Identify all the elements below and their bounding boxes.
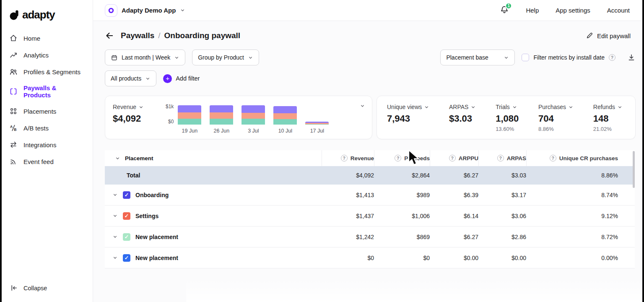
sidebar-item-ab-tests[interactable]: AB A/B tests	[0, 120, 93, 136]
sidebar-item-profiles-segments[interactable]: Profiles & Segments	[0, 63, 93, 80]
column-header-placement[interactable]: Placement	[105, 150, 322, 166]
metric-value: $3.03	[449, 113, 476, 124]
table-row: ✓ Onboarding $1,413 $989 $6.39 $3.17 8.7…	[105, 185, 635, 206]
products-filter-button[interactable]: All products	[105, 70, 156, 86]
add-filter-button[interactable]: + Add filter	[163, 74, 200, 83]
sidebar-item-analytics[interactable]: Analytics	[0, 47, 93, 63]
row-checkbox[interactable]: ✓	[123, 254, 130, 262]
chevron-down-icon	[115, 156, 120, 161]
sidebar-item-home[interactable]: Home	[0, 30, 93, 47]
chart-bar	[210, 105, 233, 125]
total-unique-cr: 8.86%	[526, 172, 618, 179]
sidebar-item-integrations[interactable]: Integrations	[0, 136, 93, 153]
notification-badge: 1	[505, 3, 512, 9]
metric-selector[interactable]: Refunds	[593, 104, 623, 110]
sidebar-item-event-feed[interactable]: Event feed	[0, 153, 93, 170]
cell-arpas: $3.06	[478, 213, 526, 219]
question-icon[interactable]: ?	[449, 155, 456, 161]
metric-value: 704	[538, 113, 574, 124]
row-expand-button[interactable]	[112, 234, 118, 240]
cell-proceeds: $869	[374, 234, 430, 240]
total-revenue: $4,092	[322, 172, 374, 179]
row-checkbox[interactable]: ✓	[123, 191, 130, 199]
metric-selector[interactable]: ARPAS	[449, 104, 476, 110]
date-range-button[interactable]: Last month | Week	[105, 49, 185, 65]
edit-paywall-button[interactable]: Edit paywall	[586, 32, 636, 39]
question-icon[interactable]: ?	[497, 155, 504, 161]
row-expand-button[interactable]	[112, 192, 118, 198]
chart-bar	[305, 122, 329, 125]
revenue-chart: $1k $0 19 Jun26 Jun3 Jul10 Jul17 Jul	[166, 102, 365, 134]
chart-bars	[178, 105, 365, 125]
app-settings-link[interactable]: App settings	[556, 7, 590, 14]
chart-bar	[273, 106, 297, 125]
row-checkbox[interactable]: ✓	[123, 233, 130, 241]
metric-selector[interactable]: Trials	[496, 104, 519, 110]
sidebar-item-label: Paywalls & Products	[23, 84, 83, 99]
chevron-down-icon	[504, 55, 509, 60]
chevron-down-icon	[112, 234, 118, 240]
question-icon[interactable]: ?	[395, 155, 401, 161]
column-header-arpas[interactable]: ? ARPAS	[478, 150, 526, 166]
question-icon[interactable]: ?	[550, 155, 556, 161]
chart-bar-segment-segment-purple	[178, 105, 201, 112]
breadcrumb-paywalls[interactable]: Paywalls	[121, 31, 154, 40]
chart-x-label: 26 Jun	[210, 128, 233, 134]
row-placement-cell: ✓ Onboarding	[105, 191, 322, 199]
y-tick-bottom: $0	[168, 119, 174, 125]
row-expand-button[interactable]	[112, 255, 118, 260]
table-row: ✓ New placement $0 $0 $0.00 $0.00 0.00%	[105, 247, 635, 268]
question-icon[interactable]: ?	[609, 54, 615, 61]
expand-chart-button[interactable]	[360, 103, 365, 110]
vertical-scrollbar[interactable]	[633, 151, 635, 188]
sidebar-item-placements[interactable]: Placements	[0, 103, 93, 120]
column-label: Revenue	[351, 155, 374, 161]
app-selector[interactable]: Adapty Demo App	[105, 4, 185, 17]
group-by-button[interactable]: Group by Product	[192, 49, 259, 65]
cell-arpas: $2.86	[478, 234, 526, 240]
calendar-icon	[111, 54, 118, 61]
page-head: Paywalls / Onboarding paywall Edit paywa…	[105, 27, 636, 44]
total-label: Total	[105, 172, 322, 179]
main-area: Adapty Demo App 1 Help App settings Acco…	[93, 0, 644, 302]
column-header-arppu[interactable]: ? ARPPU	[430, 150, 478, 166]
chevron-down-icon	[174, 55, 179, 60]
export-button[interactable]	[627, 53, 636, 62]
cell-unique-cr: 0.00%	[526, 255, 618, 261]
revenue-value: $4,092	[113, 113, 166, 124]
chevron-down-icon	[112, 213, 118, 219]
cell-arppu: $6.14	[430, 213, 478, 219]
collapse-icon	[10, 284, 18, 292]
metric-selector[interactable]: Unique views	[387, 104, 429, 110]
column-header-proceeds[interactable]: ? Proceeds	[374, 150, 430, 166]
account-link[interactable]: Account	[607, 7, 630, 14]
sidebar: adapty Home Analytics Profiles & Segment…	[0, 0, 93, 302]
row-checkbox[interactable]: ✓	[123, 212, 130, 220]
install-date-filter[interactable]: Filter metrics by install date ?	[522, 54, 615, 61]
notifications-button[interactable]: 1	[500, 5, 509, 16]
stats-card: Unique views 7,943 ARPAS $3.03	[377, 96, 636, 139]
sidebar-collapse-button[interactable]: Collapse	[0, 276, 93, 302]
products-filter-label: All products	[111, 75, 141, 82]
metric-selector[interactable]: Purchases	[538, 104, 574, 110]
metric-trials: Trials 1,080 13.60%	[496, 102, 519, 134]
question-icon[interactable]: ?	[341, 155, 348, 161]
back-button[interactable]	[105, 30, 116, 41]
install-date-checkbox[interactable]	[522, 54, 529, 61]
sidebar-item-paywalls-products[interactable]: Paywalls & Products	[0, 80, 93, 103]
profiles-icon	[9, 68, 18, 76]
row-expand-button[interactable]	[112, 213, 118, 219]
help-link[interactable]: Help	[526, 7, 539, 14]
metric-label: ARPAS	[449, 104, 468, 110]
cell-revenue: $1,242	[322, 234, 374, 240]
revenue-metric-selector[interactable]: Revenue	[113, 104, 166, 110]
placement-base-select[interactable]: Placement base	[440, 49, 515, 65]
column-header-unique-cr[interactable]: ? Unique CR purchases	[526, 150, 618, 166]
table-header: Placement ? Revenue ? Proceeds ? ARPPU	[105, 150, 635, 166]
row-placement-cell: ✓ New placement	[105, 254, 322, 262]
metric-value: 1,080	[496, 113, 519, 124]
column-header-revenue[interactable]: ? Revenue	[322, 150, 374, 166]
cell-arpas: $0.00	[478, 255, 526, 261]
chevron-down-icon	[424, 104, 429, 110]
revenue-metric: Revenue $4,092	[113, 102, 166, 134]
